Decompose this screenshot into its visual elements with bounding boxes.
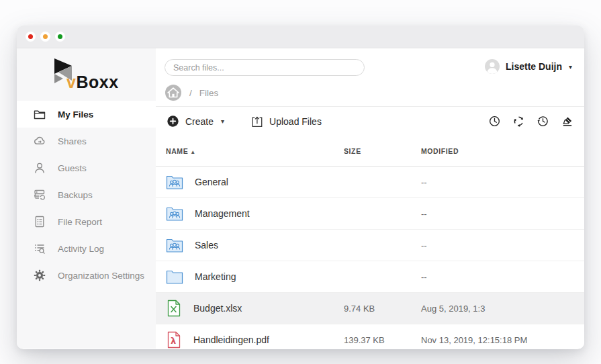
toolbar: Create ▾ Upload Files — [156, 107, 584, 136]
table-row[interactable]: λ Handleidingen.pdf 139.37 KB Nov 13, 20… — [156, 324, 584, 349]
sidebar-item-file-report[interactable]: File Report — [17, 208, 156, 235]
sidebar-item-my-files[interactable]: My Files — [17, 101, 156, 128]
excel-file-icon — [166, 300, 182, 317]
file-name: General — [195, 177, 228, 187]
sidebar-item-label: My Files — [58, 109, 93, 120]
table-header: NAME▲ SIZE MODIFIED — [156, 136, 584, 167]
sidebar-item-shares[interactable]: Shares — [17, 128, 156, 154]
sidebar: vBoxx My Files Shares — [17, 48, 156, 349]
chevron-down-icon: ▾ — [569, 63, 572, 71]
file-modified: Nov 13, 2019, 12:15:18 PM — [421, 335, 574, 345]
toolbar-right-icons — [488, 115, 573, 128]
upload-files-button[interactable]: Upload Files — [250, 115, 322, 128]
clock-icon[interactable] — [488, 115, 501, 128]
file-modified: -- — [421, 209, 574, 219]
file-name: Handleidingen.pdf — [193, 334, 269, 345]
file-name: Sales — [195, 240, 218, 251]
shared-folder-icon — [166, 175, 183, 189]
backup-icon — [33, 188, 46, 201]
file-size: 139.37 KB — [344, 335, 421, 345]
recycle-icon[interactable] — [512, 115, 525, 128]
table-row[interactable]: Sales -- — [156, 230, 584, 261]
chevron-down-icon: ▾ — [221, 118, 224, 125]
sidebar-item-label: Activity Log — [58, 244, 104, 254]
gear-icon — [33, 269, 46, 282]
user-menu[interactable]: Lisette Duijn ▾ — [484, 58, 572, 75]
sidebar-item-backups[interactable]: Backups — [17, 181, 156, 208]
history-icon[interactable] — [537, 115, 549, 128]
sidebar-item-label: Backups — [58, 190, 93, 200]
cloud-share-icon — [33, 134, 46, 148]
file-modified: -- — [421, 177, 574, 187]
list-search-icon — [33, 242, 46, 255]
logo-text: vBoxx — [66, 73, 119, 92]
file-size: 9.74 KB — [344, 304, 421, 314]
sidebar-item-label: Organization Settings — [58, 271, 144, 281]
upload-icon — [250, 115, 263, 128]
breadcrumb-separator: / — [189, 88, 192, 98]
table-row[interactable]: Marketing -- — [156, 261, 584, 293]
file-modified: Aug 5, 2019, 1:3 — [421, 304, 574, 314]
document-icon — [33, 215, 46, 228]
person-icon — [33, 161, 46, 175]
app-window: vBoxx My Files Shares — [17, 26, 584, 349]
svg-text:λ: λ — [171, 336, 176, 346]
zoom-window-button[interactable] — [55, 32, 65, 42]
close-window-button[interactable] — [26, 32, 36, 42]
sort-asc-icon: ▲ — [190, 149, 196, 155]
search-input[interactable] — [165, 59, 365, 76]
create-label: Create — [185, 116, 214, 127]
upload-files-label: Upload Files — [269, 116, 322, 127]
table-row[interactable]: General -- — [156, 167, 584, 198]
sidebar-item-activity-log[interactable]: Activity Log — [17, 235, 156, 262]
sidebar-item-label: Shares — [58, 136, 87, 146]
column-header-modified[interactable]: MODIFIED — [421, 147, 574, 155]
table-row[interactable]: Budget.xlsx 9.74 KB Aug 5, 2019, 1:3 — [156, 293, 584, 324]
table-row[interactable]: Management -- — [156, 198, 584, 230]
folder-icon — [166, 269, 183, 284]
file-name: Marketing — [195, 271, 236, 282]
sidebar-item-label: Guests — [58, 163, 87, 173]
shared-folder-icon — [166, 206, 183, 221]
sidebar-item-organization-settings[interactable]: Organization Settings — [17, 262, 156, 289]
minimize-window-button[interactable] — [40, 32, 50, 42]
avatar — [484, 58, 500, 75]
plus-circle-icon — [167, 115, 179, 128]
breadcrumb: / Files — [165, 84, 218, 101]
user-name: Lisette Duijn — [506, 61, 562, 72]
sidebar-item-guests[interactable]: Guests — [17, 154, 156, 181]
pdf-file-icon: λ — [166, 331, 182, 349]
breadcrumb-current[interactable]: Files — [199, 88, 219, 98]
sidebar-item-label: File Report — [58, 217, 102, 227]
file-name: Budget.xlsx — [193, 303, 242, 314]
window-titlebar — [17, 26, 584, 48]
column-header-name[interactable]: NAME▲ — [166, 147, 344, 155]
folder-icon — [33, 107, 46, 121]
home-icon[interactable] — [165, 84, 182, 101]
eraser-icon[interactable] — [561, 115, 573, 128]
create-button[interactable]: Create ▾ — [167, 115, 224, 128]
shared-folder-icon — [166, 238, 183, 253]
logo: vBoxx — [17, 48, 156, 101]
file-list: General -- — [156, 167, 584, 349]
file-modified: -- — [421, 272, 574, 282]
main-panel: Lisette Duijn ▾ / Files — [156, 48, 584, 349]
column-header-size[interactable]: SIZE — [344, 147, 421, 155]
file-name: Management — [195, 208, 250, 219]
file-modified: -- — [421, 240, 574, 251]
